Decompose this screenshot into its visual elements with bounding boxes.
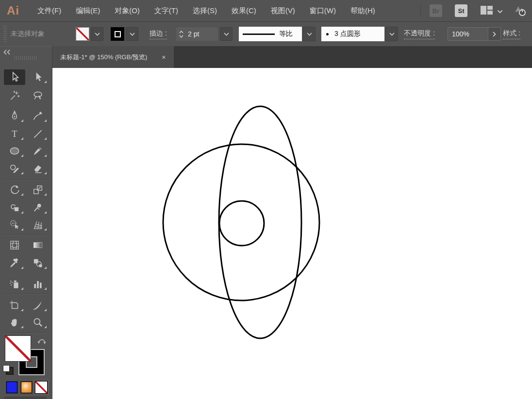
toolbar-divider xyxy=(5,294,48,294)
menu-edit[interactable]: 编辑(E) xyxy=(68,0,107,21)
tool-curvature[interactable] xyxy=(27,108,49,124)
stroke-width-stepper[interactable]: 2 pt xyxy=(176,27,218,41)
width-profile-select[interactable]: 等比 xyxy=(239,27,302,41)
selection-status: 未选择对象 xyxy=(11,22,45,46)
brush-preview-dot-icon xyxy=(326,33,329,35)
menu-view[interactable]: 视图(V) xyxy=(264,0,302,21)
stepper-arrows[interactable] xyxy=(176,27,186,41)
tool-selection[interactable] xyxy=(4,69,25,85)
tool-direct-selection[interactable] xyxy=(27,69,49,85)
stock-icon[interactable]: St xyxy=(455,4,467,17)
tool-eraser[interactable] xyxy=(27,161,49,176)
tool-blend[interactable] xyxy=(27,255,49,271)
collapse-panel-icon[interactable] xyxy=(3,48,11,57)
menu-type[interactable]: 文字(T) xyxy=(147,0,185,21)
artwork-svg xyxy=(52,68,532,399)
menu-help[interactable]: 帮助(H) xyxy=(343,0,382,21)
app-logo: Ai xyxy=(7,4,19,17)
tool-perspective-grid[interactable] xyxy=(27,217,49,233)
menu-bar: Ai 文件(F) 编辑(E) 对象(O) 文字(T) 选择(S) 效果(C) 视… xyxy=(0,0,532,22)
tool-scale[interactable] xyxy=(27,182,49,198)
menu-effect[interactable]: 效果(C) xyxy=(224,0,264,21)
tool-eyedropper[interactable] xyxy=(4,255,25,271)
fill-none-swatch[interactable] xyxy=(76,27,89,41)
default-fill-stroke-icon[interactable] xyxy=(3,365,14,375)
tool-type[interactable]: T xyxy=(4,126,25,142)
stroke-width-dropdown[interactable] xyxy=(220,27,233,41)
fill-mode-color-button[interactable] xyxy=(6,381,18,394)
stroke-black-swatch[interactable] xyxy=(111,27,124,41)
tool-paintbrush[interactable] xyxy=(27,143,49,159)
menu-file[interactable]: 文件(F) xyxy=(30,0,68,21)
stroke-width-value[interactable]: 2 pt xyxy=(186,27,218,41)
opacity-widget[interactable]: 100% xyxy=(448,27,501,41)
bridge-icon[interactable]: Br xyxy=(430,4,442,17)
tool-shaper[interactable] xyxy=(4,161,25,176)
tool-magic-wand[interactable] xyxy=(4,88,25,103)
tool-artboard[interactable] xyxy=(4,298,25,313)
tool-column-graph[interactable] xyxy=(27,276,49,292)
fill-color-proxy[interactable] xyxy=(5,335,31,362)
tool-knife[interactable] xyxy=(27,298,49,313)
tool-lasso[interactable] xyxy=(27,88,49,103)
menu-window[interactable]: 窗口(W) xyxy=(302,0,343,21)
control-bar: 未选择对象 描边 : 2 pt 等比 3 点圆形 不透明度 : 100% xyxy=(0,22,532,47)
menu-select[interactable]: 选择(S) xyxy=(185,0,224,21)
tool-line-segment[interactable] xyxy=(27,126,49,142)
tool-zoom[interactable] xyxy=(27,315,49,330)
tab-close-icon[interactable]: × xyxy=(162,53,166,61)
artwork-inner-circle xyxy=(219,201,264,246)
opacity-label[interactable]: 不透明度 : xyxy=(404,22,435,46)
stroke-label[interactable]: 描边 : xyxy=(150,22,167,46)
document-tab[interactable]: 未标题-1* @ 150% (RGB/预览) × xyxy=(52,46,174,68)
tool-gradient[interactable] xyxy=(27,237,49,253)
style-label[interactable]: 样式 : xyxy=(503,22,520,46)
fill-mode-gradient-button[interactable] xyxy=(20,381,33,394)
brush-dropdown[interactable] xyxy=(385,27,398,41)
launcher-power-icon[interactable] xyxy=(513,3,527,19)
drawing-mode-group-edge xyxy=(4,397,47,399)
svg-text:T: T xyxy=(12,129,17,139)
width-profile-value: 等比 xyxy=(279,30,293,38)
chevron-down-icon[interactable] xyxy=(497,7,503,15)
menubar-divider xyxy=(420,4,421,17)
toolbar-divider xyxy=(5,234,48,235)
opacity-value[interactable]: 100% xyxy=(448,28,488,40)
width-profile-dropdown[interactable] xyxy=(303,27,316,41)
tool-ellipse[interactable] xyxy=(4,143,25,159)
tool-symbol-sprayer[interactable] xyxy=(4,276,25,292)
tool-warp[interactable] xyxy=(4,200,25,216)
document-tab-bar: 未标题-1* @ 150% (RGB/预览) × xyxy=(52,46,532,68)
tool-mesh[interactable] xyxy=(4,237,25,253)
menu-object[interactable]: 对象(O) xyxy=(107,0,147,21)
tool-hand[interactable] xyxy=(4,315,25,330)
stroke-swatch-dropdown[interactable] xyxy=(126,27,138,41)
fill-swatch-dropdown[interactable] xyxy=(91,27,103,41)
tool-shape-builder[interactable] xyxy=(4,217,25,233)
controlbar-grip[interactable] xyxy=(3,26,7,43)
swap-fill-stroke-icon[interactable] xyxy=(37,337,48,348)
brush-select[interactable]: 3 点圆形 xyxy=(321,27,384,41)
fill-mode-none-button[interactable] xyxy=(34,381,48,394)
canvas[interactable] xyxy=(52,68,532,399)
tool-pen[interactable] xyxy=(4,108,25,124)
uniform-profile-line-icon xyxy=(243,33,275,35)
tool-rotate[interactable] xyxy=(4,182,25,198)
brush-value: 3 点圆形 xyxy=(334,30,361,38)
artwork-orbit-ellipse xyxy=(219,106,301,338)
panel-drag-grip[interactable] xyxy=(15,56,37,60)
document-tab-title: 未标题-1* @ 150% (RGB/预览) xyxy=(60,53,147,62)
toolbar-divider xyxy=(5,179,48,180)
tool-puppet-warp[interactable] xyxy=(27,200,49,216)
opacity-expand-arrow[interactable] xyxy=(488,28,500,40)
toolbar-divider xyxy=(5,332,48,333)
tools-panel: T xyxy=(0,46,52,399)
workspace-switcher-icon[interactable] xyxy=(480,5,493,17)
